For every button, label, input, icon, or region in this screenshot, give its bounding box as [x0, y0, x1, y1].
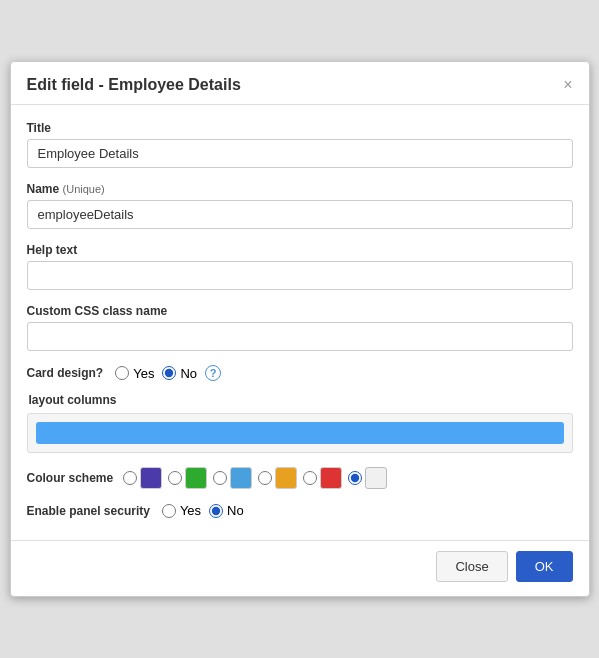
colour-scheme-row: Colour scheme [27, 467, 573, 489]
title-label: Title [27, 121, 573, 135]
card-no-option[interactable]: No [162, 366, 197, 381]
card-yes-option[interactable]: Yes [115, 366, 154, 381]
colour-swatch-red [320, 467, 342, 489]
colour-radio-green[interactable] [168, 471, 182, 485]
colour-radio-blue[interactable] [213, 471, 227, 485]
title-input[interactable] [27, 139, 573, 168]
card-yes-radio[interactable] [115, 366, 129, 380]
colour-radio-red[interactable] [303, 471, 317, 485]
ok-button[interactable]: OK [516, 551, 573, 582]
modal-footer: Close OK [11, 540, 589, 596]
name-group: Name (Unique) [27, 182, 573, 229]
colour-option-white[interactable] [348, 467, 387, 489]
name-input[interactable] [27, 200, 573, 229]
colour-option-purple[interactable] [123, 467, 162, 489]
colour-option-green[interactable] [168, 467, 207, 489]
panel-security-row: Enable panel security Yes No [27, 503, 573, 518]
colour-radio-white[interactable] [348, 471, 362, 485]
layout-slider-container [27, 413, 573, 453]
security-yes-radio[interactable] [162, 504, 176, 518]
colour-swatch-white [365, 467, 387, 489]
colour-radio-purple[interactable] [123, 471, 137, 485]
colour-swatch-blue [230, 467, 252, 489]
colour-swatch-purple [140, 467, 162, 489]
colour-option-red[interactable] [303, 467, 342, 489]
css-group: Custom CSS class name [27, 304, 573, 351]
card-design-row: Card design? Yes No ? [27, 365, 573, 381]
css-input[interactable] [27, 322, 573, 351]
security-label: Enable panel security [27, 504, 150, 518]
help-group: Help text [27, 243, 573, 290]
security-yes-option[interactable]: Yes [162, 503, 201, 518]
colour-option-blue[interactable] [213, 467, 252, 489]
edit-field-modal: Edit field - Employee Details × Title Na… [10, 61, 590, 597]
help-label: Help text [27, 243, 573, 257]
colour-option-orange[interactable] [258, 467, 297, 489]
modal-body: Title Name (Unique) Help text Custom CSS… [11, 105, 589, 540]
colour-swatch-green [185, 467, 207, 489]
card-help-icon[interactable]: ? [205, 365, 221, 381]
css-label: Custom CSS class name [27, 304, 573, 318]
colour-label: Colour scheme [27, 471, 114, 485]
layout-slider-bar[interactable] [36, 422, 564, 444]
security-no-option[interactable]: No [209, 503, 244, 518]
card-no-radio[interactable] [162, 366, 176, 380]
close-button[interactable]: Close [436, 551, 507, 582]
name-label: Name (Unique) [27, 182, 573, 196]
title-group: Title [27, 121, 573, 168]
colour-radio-orange[interactable] [258, 471, 272, 485]
card-design-label: Card design? [27, 366, 104, 380]
help-input[interactable] [27, 261, 573, 290]
security-no-radio[interactable] [209, 504, 223, 518]
modal-title: Edit field - Employee Details [27, 76, 241, 94]
colour-swatch-orange [275, 467, 297, 489]
layout-columns-section: layout columns [27, 393, 573, 453]
layout-label: layout columns [27, 393, 573, 407]
close-x-button[interactable]: × [563, 77, 572, 93]
modal-header: Edit field - Employee Details × [11, 62, 589, 105]
